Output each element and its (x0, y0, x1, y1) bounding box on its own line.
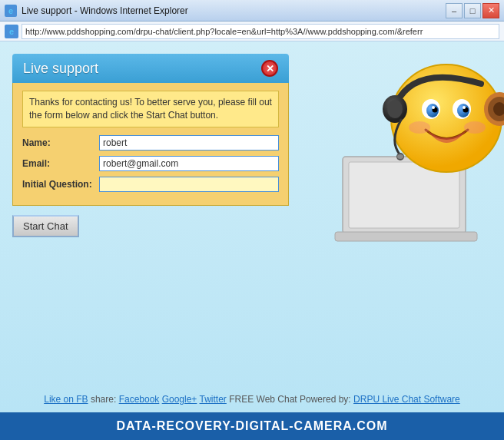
twitter-link[interactable]: Twitter (200, 394, 227, 405)
share-label: share: (91, 394, 116, 405)
panel-header: Live support ✕ (12, 54, 289, 83)
name-label: Name: (22, 137, 99, 148)
drpu-link[interactable]: DRPU Live Chat Software (353, 394, 460, 405)
window-close-button[interactable]: ✕ (482, 3, 499, 18)
email-input[interactable] (99, 156, 279, 171)
footer: DATA-RECOVERY-DIGITAL-CAMERA.COM (0, 412, 504, 440)
restore-button[interactable]: □ (464, 3, 481, 18)
googleplus-link[interactable]: Google+ (162, 394, 197, 405)
question-input[interactable] (99, 177, 279, 192)
panel-title: Live support (23, 61, 98, 77)
address-icon: e (5, 25, 18, 38)
email-row: Email: (22, 156, 279, 171)
main-content: Live support ✕ Thanks for contacting us!… (0, 41, 504, 412)
support-panel: Live support ✕ Thanks for contacting us!… (12, 54, 289, 206)
footer-text: DATA-RECOVERY-DIGITAL-CAMERA.COM (116, 419, 387, 433)
panel-close-button[interactable]: ✕ (261, 60, 278, 77)
svg-point-15 (387, 100, 403, 118)
svg-point-10 (432, 106, 435, 109)
address-input[interactable] (22, 24, 499, 39)
svg-rect-2 (335, 232, 477, 241)
svg-point-12 (409, 121, 430, 134)
facebook-link[interactable]: Facebook (119, 394, 160, 405)
title-bar: e Live support - Windows Internet Explor… (0, 0, 504, 22)
svg-point-20 (397, 154, 403, 159)
svg-point-13 (464, 121, 486, 134)
form-panel: Thanks for contacting us! To better serv… (12, 83, 289, 206)
address-bar: e (0, 22, 504, 41)
like-on-fb-link[interactable]: Like on FB (44, 394, 88, 405)
question-row: Initial Question: (22, 177, 279, 192)
name-row: Name: (22, 135, 279, 151)
minimize-button[interactable]: – (446, 3, 463, 18)
email-label: Email: (22, 158, 99, 169)
free-text: FREE Web Chat Powered by: (229, 394, 351, 405)
bottom-links: Like on FB share: Facebook Google+ Twitt… (0, 394, 504, 405)
name-input[interactable] (99, 135, 279, 151)
svg-point-3 (391, 65, 502, 172)
form-info-text: Thanks for contacting us! To better serv… (22, 91, 279, 127)
start-chat-button[interactable]: Start Chat (12, 215, 79, 237)
question-label: Initial Question: (22, 179, 99, 190)
svg-point-11 (463, 106, 466, 109)
window-controls: – □ ✕ (446, 3, 499, 18)
window-title: Live support - Windows Internet Explorer (22, 5, 446, 16)
mascot-area (327, 41, 504, 256)
browser-icon: e (5, 5, 17, 17)
